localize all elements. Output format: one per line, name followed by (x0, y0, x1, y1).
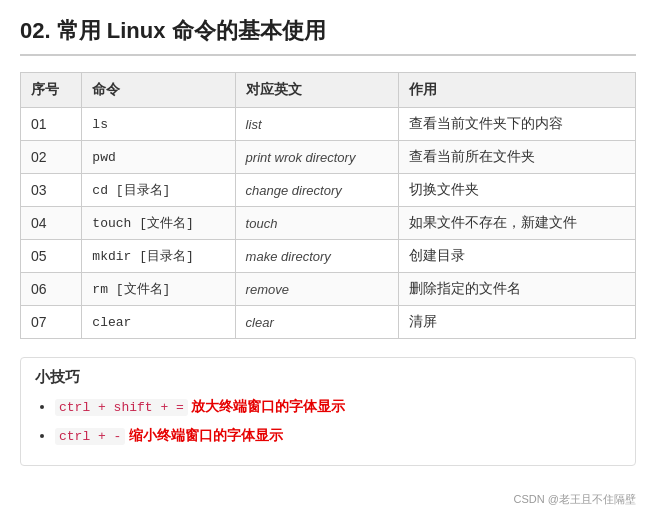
page-title: 02. 常用 Linux 命令的基本使用 (20, 16, 636, 56)
cell-en: touch (235, 207, 399, 240)
tips-code: ctrl + - (55, 428, 125, 445)
tips-item: ctrl + - 缩小终端窗口的字体显示 (55, 424, 621, 448)
tips-list: ctrl + shift + = 放大终端窗口的字体显示ctrl + - 缩小终… (35, 395, 621, 448)
cell-num: 02 (21, 141, 82, 174)
cell-cmd: ls (82, 108, 235, 141)
cell-desc: 查看当前所在文件夹 (399, 141, 636, 174)
cell-en: print wrok directory (235, 141, 399, 174)
cell-cmd: clear (82, 306, 235, 339)
tips-item: ctrl + shift + = 放大终端窗口的字体显示 (55, 395, 621, 419)
cell-en: clear (235, 306, 399, 339)
watermark: CSDN @老王且不住隔壁 (514, 492, 636, 507)
col-header-cmd: 命令 (82, 73, 235, 108)
cell-desc: 删除指定的文件名 (399, 273, 636, 306)
tips-highlight: 缩小终端窗口的字体显示 (129, 427, 283, 443)
cell-en: make directory (235, 240, 399, 273)
table-row: 04 touch [文件名] touch 如果文件不存在，新建文件 (21, 207, 636, 240)
cell-num: 04 (21, 207, 82, 240)
cell-en: remove (235, 273, 399, 306)
cell-num: 05 (21, 240, 82, 273)
cell-num: 01 (21, 108, 82, 141)
table-row: 07 clear clear 清屏 (21, 306, 636, 339)
tips-title: 小技巧 (35, 368, 621, 387)
table-body: 01 ls list 查看当前文件夹下的内容 02 pwd print wrok… (21, 108, 636, 339)
cell-cmd: pwd (82, 141, 235, 174)
commands-table: 序号 命令 对应英文 作用 01 ls list 查看当前文件夹下的内容 02 … (20, 72, 636, 339)
cell-desc: 切换文件夹 (399, 174, 636, 207)
table-row: 05 mkdir [目录名] make directory 创建目录 (21, 240, 636, 273)
cell-cmd: rm [文件名] (82, 273, 235, 306)
tips-box: 小技巧 ctrl + shift + = 放大终端窗口的字体显示ctrl + -… (20, 357, 636, 466)
cell-num: 03 (21, 174, 82, 207)
cell-desc: 清屏 (399, 306, 636, 339)
col-header-num: 序号 (21, 73, 82, 108)
cell-desc: 查看当前文件夹下的内容 (399, 108, 636, 141)
cell-num: 06 (21, 273, 82, 306)
cell-cmd: touch [文件名] (82, 207, 235, 240)
cell-desc: 创建目录 (399, 240, 636, 273)
table-row: 06 rm [文件名] remove 删除指定的文件名 (21, 273, 636, 306)
col-header-desc: 作用 (399, 73, 636, 108)
table-header: 序号 命令 对应英文 作用 (21, 73, 636, 108)
cell-num: 07 (21, 306, 82, 339)
cell-en: list (235, 108, 399, 141)
cell-cmd: mkdir [目录名] (82, 240, 235, 273)
cell-cmd: cd [目录名] (82, 174, 235, 207)
table-row: 03 cd [目录名] change directory 切换文件夹 (21, 174, 636, 207)
cell-desc: 如果文件不存在，新建文件 (399, 207, 636, 240)
table-row: 01 ls list 查看当前文件夹下的内容 (21, 108, 636, 141)
table-row: 02 pwd print wrok directory 查看当前所在文件夹 (21, 141, 636, 174)
tips-code: ctrl + shift + = (55, 399, 188, 416)
col-header-en: 对应英文 (235, 73, 399, 108)
cell-en: change directory (235, 174, 399, 207)
tips-highlight: 放大终端窗口的字体显示 (191, 398, 345, 414)
